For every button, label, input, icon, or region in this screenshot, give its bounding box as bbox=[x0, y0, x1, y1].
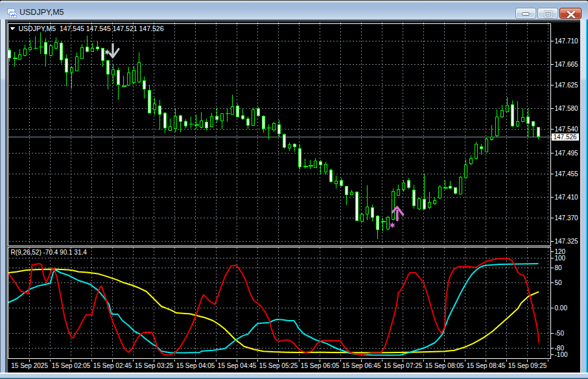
svg-text:147.410: 147.410 bbox=[555, 194, 579, 201]
svg-text:147.325: 147.325 bbox=[555, 238, 579, 245]
svg-text:147.526: 147.526 bbox=[554, 133, 578, 141]
svg-text:-100: -100 bbox=[555, 351, 568, 358]
svg-text:147.580: 147.580 bbox=[555, 105, 579, 112]
svg-text:15 Sep 02:45: 15 Sep 02:45 bbox=[93, 362, 132, 369]
svg-text:15 Sep 06:45: 15 Sep 06:45 bbox=[342, 362, 381, 369]
svg-text:147.370: 147.370 bbox=[555, 214, 579, 222]
svg-text:80: 80 bbox=[555, 264, 563, 271]
svg-text:50: 50 bbox=[555, 279, 563, 286]
svg-text:15 Sep 05:25: 15 Sep 05:25 bbox=[259, 362, 298, 369]
svg-text:15 Sep 02:05: 15 Sep 02:05 bbox=[52, 362, 91, 369]
svg-text:15 Sep 03:25: 15 Sep 03:25 bbox=[135, 362, 174, 369]
svg-text:15 Sep 08:05: 15 Sep 08:05 bbox=[425, 362, 464, 369]
svg-text:15 Sep 08:45: 15 Sep 08:45 bbox=[467, 362, 506, 369]
svg-text:15 Sep 06:05: 15 Sep 06:05 bbox=[301, 362, 340, 369]
svg-text:0.00: 0.00 bbox=[555, 304, 568, 312]
svg-text:-50: -50 bbox=[555, 330, 565, 337]
svg-text:147.665: 147.665 bbox=[555, 61, 579, 68]
svg-text:100: 100 bbox=[555, 255, 566, 262]
svg-text:R(9,26,52) -70.4 90.1 31.4: R(9,26,52) -70.4 90.1 31.4 bbox=[11, 249, 88, 256]
svg-text:15 Sep 04:05: 15 Sep 04:05 bbox=[176, 362, 215, 369]
svg-text:15 Sep 07:25: 15 Sep 07:25 bbox=[384, 362, 423, 369]
svg-text:USDJPY,M5 147.545 147.545 147: USDJPY,M5 147.545 147.545 147.521 147.52… bbox=[19, 25, 164, 32]
svg-text:147.495: 147.495 bbox=[555, 150, 579, 157]
svg-text:147.540: 147.540 bbox=[555, 126, 579, 133]
svg-text:147.455: 147.455 bbox=[555, 170, 579, 178]
svg-text:15 Sep 09:25: 15 Sep 09:25 bbox=[508, 362, 547, 369]
svg-text:147.710: 147.710 bbox=[555, 38, 579, 45]
svg-text:15 Sep 04:45: 15 Sep 04:45 bbox=[218, 362, 257, 369]
svg-text:15 Sep 2025: 15 Sep 2025 bbox=[11, 362, 48, 369]
svg-text:147.625: 147.625 bbox=[555, 82, 579, 89]
